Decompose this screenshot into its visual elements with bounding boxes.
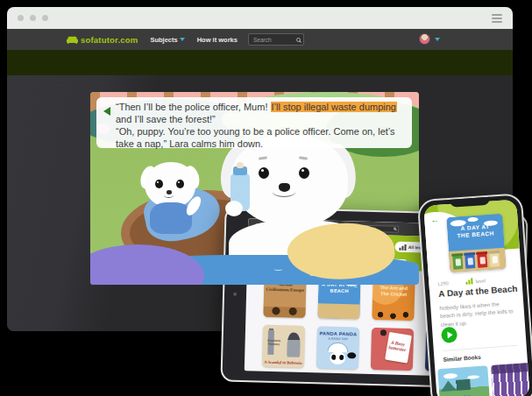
puppy-art — [145, 162, 206, 241]
phone-mockup: ← A DAY AT THE BEACH L290 l — [417, 193, 532, 396]
browser-titlebar — [7, 7, 513, 29]
book-cover-busy-semester[interactable]: A Busy Semester — [371, 328, 414, 371]
divider — [443, 345, 518, 351]
book-description: Nobody likes it when the beach is dirty.… — [439, 299, 516, 329]
panda-art — [330, 351, 345, 364]
sofatutor-logo[interactable]: sofatutor.com — [67, 35, 138, 45]
search-icon — [394, 228, 396, 230]
play-button[interactable] — [441, 327, 458, 343]
page-header-band — [7, 50, 513, 75]
book-cover-day-at-the-beach: A DAY AT THE BEACH — [446, 214, 506, 272]
level-bars-icon — [400, 244, 407, 250]
similar-book-forest[interactable] — [491, 363, 530, 396]
window-control-dot[interactable] — [42, 15, 48, 21]
phone-screen: ← A DAY AT THE BEACH L290 l — [423, 200, 530, 396]
prev-page-icon[interactable] — [103, 107, 110, 116]
story-part1: “Then I’ll be the police officer, Mum! — [116, 102, 271, 112]
story-text: “Then I’ll be the police officer, Mum! I… — [116, 102, 403, 151]
story-highlight: I’ll stop illegal waste dumping — [271, 102, 397, 112]
scene: sofatutor.com Subjects How it works ← — [0, 0, 532, 396]
site-navbar: sofatutor.com Subjects How it works — [7, 29, 513, 50]
story-illustration: “Then I’ll be the police officer, Mum! I… — [90, 92, 419, 285]
book-cover-panda-panda[interactable]: PANDA PANDA A RAINY DAY — [316, 326, 359, 369]
avatar-dropdown-caret[interactable] — [435, 38, 440, 41]
level-bars-icon — [465, 278, 472, 285]
play-icon — [447, 331, 453, 338]
nav-subjects[interactable]: Subjects — [150, 36, 184, 44]
book-cover-peek[interactable] — [316, 376, 358, 377]
window-controls — [18, 15, 48, 21]
back-arrow[interactable]: ← — [430, 215, 440, 225]
nav-how-it-works[interactable]: How it works — [197, 36, 238, 44]
menu-icon[interactable] — [492, 14, 502, 23]
story-line2: “Oh, puppy. You’re too young to be a pol… — [116, 126, 395, 149]
story-text-box: “Then I’ll be the police officer, Mum! I… — [96, 97, 412, 148]
search-input[interactable] — [252, 36, 296, 44]
search-icon — [296, 38, 301, 42]
tablet-camera — [233, 293, 237, 296]
logo-text: sofatutor.com — [81, 35, 138, 45]
user-avatar[interactable] — [419, 33, 430, 45]
back-arrow[interactable]: ← — [53, 76, 65, 90]
chevron-down-icon — [180, 38, 185, 41]
similar-books-label: Similar Books — [443, 354, 481, 363]
story-part2: and I’ll save the forest!” — [116, 114, 216, 124]
window-control-dot[interactable] — [18, 15, 24, 21]
book-cover-scandal-in-bohemia[interactable]: Sherlock Holmes A Scandal in Bohemia — [262, 325, 305, 368]
level-code: L290 — [437, 280, 449, 286]
paw-art — [225, 201, 243, 216]
sofa-icon — [67, 36, 78, 44]
window-control-dot[interactable] — [30, 15, 36, 21]
similar-book-bobs[interactable]: Bob's — [437, 365, 490, 396]
navbar-search[interactable] — [248, 33, 304, 46]
cover-art — [317, 303, 359, 319]
level-label: level — [475, 278, 486, 284]
